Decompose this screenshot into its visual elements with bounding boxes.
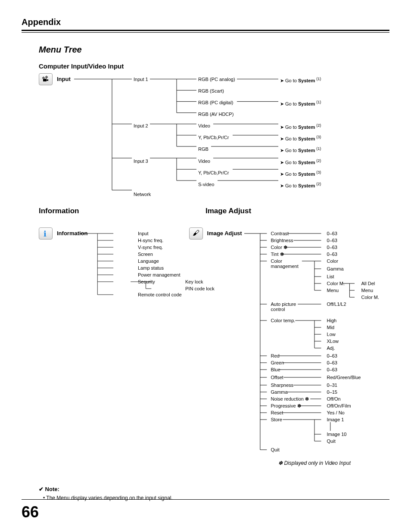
note-title: ✔ Note: — [39, 486, 389, 492]
appendix-title: Appendix — [22, 17, 389, 27]
header-rule — [22, 30, 389, 33]
computer-input-title: Computer Input/Video Input — [39, 62, 389, 70]
image-adjust-tree: Image Adjust Contrast 0–63 Brightness 0–… — [189, 227, 389, 469]
information-tree: Information Input H-sync freq. V-sync fr… — [22, 227, 181, 309]
page-number: 66 — [22, 503, 39, 521]
input-tree: Input Input 1 Input 2 Input 3 Network RG… — [22, 73, 389, 194]
information-title: Information — [39, 207, 206, 215]
image-adjust-title: Image Adjust — [206, 207, 389, 215]
bottom-rule — [22, 499, 389, 500]
note-text: • The Menu display varies depending on t… — [43, 495, 389, 501]
menu-tree-title: Menu Tree — [39, 45, 389, 55]
